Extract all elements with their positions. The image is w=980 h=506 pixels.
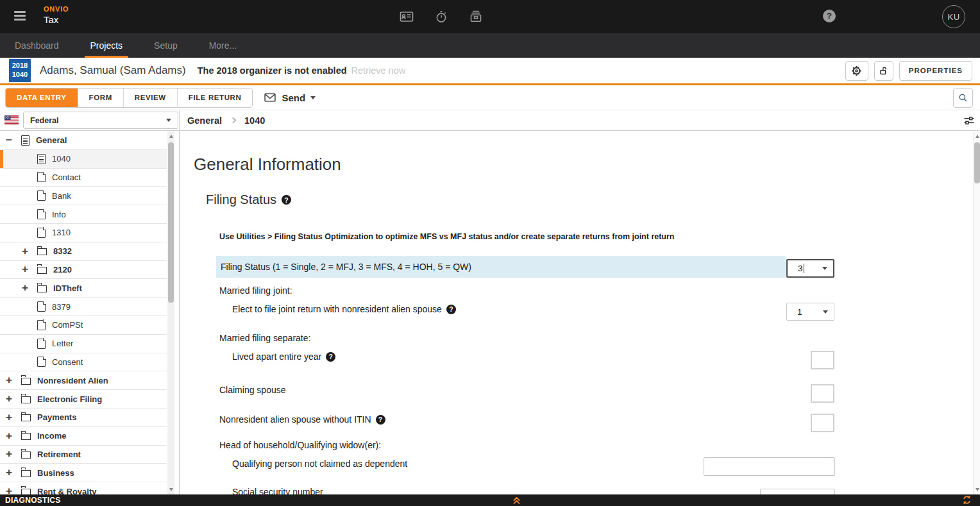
retrieve-now-link[interactable]: Retrieve now	[351, 65, 406, 76]
help-icon[interactable]	[376, 415, 385, 425]
qualifying-person-input[interactable]	[704, 457, 835, 476]
tree-item-letter[interactable]: Letter	[0, 335, 167, 353]
help-icon[interactable]	[326, 352, 335, 362]
content-scroll-thumb[interactable]	[974, 142, 980, 183]
nav-item-projects[interactable]: Projects	[90, 33, 123, 58]
breadcrumb-general[interactable]: General	[187, 115, 222, 126]
plus-expander-icon[interactable]: +	[6, 411, 21, 424]
plus-expander-icon[interactable]: +	[6, 392, 21, 405]
tree-item-electronic-filing[interactable]: +Electronic Filing	[0, 390, 167, 409]
scroll-down-icon[interactable]	[167, 485, 174, 494]
tree-item-compst[interactable]: ComPSt	[0, 316, 167, 335]
tree-item-income[interactable]: +Income	[0, 427, 167, 446]
tab-file-return[interactable]: FILE RETURN	[177, 89, 253, 107]
minus-expander-icon[interactable]: −	[6, 134, 21, 147]
hamburger-menu-icon[interactable]	[14, 11, 26, 21]
filter-sliders-icon[interactable]	[963, 114, 976, 128]
nra-no-itin-input[interactable]	[811, 414, 834, 432]
claiming-spouse-input[interactable]	[811, 384, 834, 403]
filing-status-row: Filing Status (1 = Single, 2 = MFJ, 3 = …	[216, 256, 786, 278]
project-badge: 2018 1040	[9, 59, 31, 82]
scroll-up-icon[interactable]	[974, 132, 980, 140]
tree-item-info[interactable]: Info	[0, 205, 167, 224]
diagnostics-label: DIAGNOSTICS	[5, 496, 61, 505]
nra-no-itin-label: Nonresident alien spouse without ITIN	[219, 414, 385, 425]
qualifying-person-label: Qualifying person not claimed as depende…	[232, 459, 407, 469]
tree-item-contact[interactable]: Contact	[0, 169, 167, 187]
refresh-icon[interactable]	[961, 494, 972, 505]
tree-item-idtheft[interactable]: +IDTheft	[0, 279, 167, 298]
tree-item-8332[interactable]: +8332	[0, 242, 167, 261]
scroll-down-icon[interactable]	[974, 485, 980, 494]
chevron-down-icon	[822, 267, 827, 270]
tree-item-bank[interactable]: Bank	[0, 187, 167, 205]
content-scrollbar[interactable]	[973, 131, 980, 494]
tab-review[interactable]: REVIEW	[123, 89, 177, 107]
doc-icon	[37, 190, 46, 201]
elect-joint-select[interactable]: 1	[786, 303, 834, 321]
timer-icon[interactable]	[434, 9, 449, 24]
filing-status-select[interactable]: 3	[786, 259, 834, 278]
tree-item-label: Electronic Filing	[37, 394, 102, 404]
topbar-icons	[399, 9, 484, 24]
plus-expander-icon[interactable]: +	[6, 430, 21, 443]
settings-button[interactable]	[845, 61, 868, 81]
section-title: Filing Status	[206, 192, 291, 207]
tree-item-general[interactable]: −General	[0, 131, 167, 150]
breadcrumb-1040[interactable]: 1040	[244, 115, 265, 126]
send-button[interactable]: Send	[264, 92, 316, 103]
tab-data-entry[interactable]: DATA ENTRY	[6, 89, 78, 107]
tree-scroll-thumb[interactable]	[168, 142, 174, 303]
diagnostics-bar: DIAGNOSTICS	[0, 494, 980, 506]
organizer-notice: The 2018 organizer is not enabled	[198, 65, 347, 76]
nav-item-dashboard[interactable]: Dashboard	[15, 33, 59, 58]
tree-item-payments[interactable]: +Payments	[0, 409, 167, 427]
tab-form[interactable]: FORM	[78, 89, 123, 107]
mode-tabs: DATA ENTRYFORMREVIEWFILE RETURN	[5, 88, 253, 108]
tree-item-2120[interactable]: +2120	[0, 261, 167, 280]
nra-no-itin-label-text: Nonresident alien spouse without ITIN	[219, 414, 371, 425]
help-icon[interactable]: ?	[823, 10, 836, 22]
properties-button[interactable]: PROPERTIES	[899, 61, 972, 81]
search-button[interactable]	[953, 88, 973, 108]
tree-item-1310[interactable]: 1310	[0, 224, 167, 242]
chevron-right-icon	[230, 117, 237, 123]
doc-icon	[37, 172, 46, 182]
tree-scrollbar[interactable]	[167, 131, 174, 494]
help-icon[interactable]	[446, 305, 456, 314]
plus-expander-icon[interactable]: +	[6, 485, 21, 494]
plus-expander-icon[interactable]: +	[22, 282, 37, 294]
file-archive-icon[interactable]	[468, 9, 484, 24]
plus-expander-icon[interactable]: +	[22, 245, 37, 258]
badge-form: 1040	[9, 71, 31, 80]
client-header: 2018 1040 Adams, Samual (Sam Adams) The …	[0, 58, 980, 85]
header-actions: PROPERTIES	[845, 58, 972, 83]
plus-expander-icon[interactable]: +	[22, 263, 37, 276]
user-avatar[interactable]: KU	[942, 5, 965, 28]
tree-item-1040[interactable]: 1040	[0, 150, 167, 169]
tree-item-consent[interactable]: Consent	[0, 353, 167, 372]
plus-expander-icon[interactable]: +	[6, 466, 21, 479]
lived-apart-input[interactable]	[811, 351, 834, 369]
folder-icon	[21, 414, 31, 421]
plus-expander-icon[interactable]: +	[6, 374, 21, 387]
scroll-up-icon[interactable]	[167, 132, 174, 140]
topbar: ONVIO Tax ? KU	[0, 0, 980, 33]
nav-item-more[interactable]: More...	[209, 33, 237, 58]
plus-expander-icon[interactable]: +	[6, 448, 21, 460]
tree-item-nonresident-alien[interactable]: +Nonresident Alien	[0, 371, 167, 390]
doc-icon	[37, 320, 46, 330]
tree-item-8379[interactable]: 8379	[0, 298, 167, 316]
folder-icon	[21, 396, 31, 403]
help-icon[interactable]	[282, 195, 291, 205]
tree-item-rent-royalty[interactable]: +Rent & Royalty	[0, 482, 167, 494]
chevron-double-up-icon[interactable]	[511, 495, 522, 505]
tree-item-retirement[interactable]: +Retirement	[0, 446, 167, 464]
contact-card-icon[interactable]	[399, 9, 414, 24]
unlock-button[interactable]	[874, 61, 893, 81]
tree-item-business[interactable]: +Business	[0, 464, 167, 482]
ssn-input[interactable]	[760, 489, 835, 494]
jurisdiction-area: Federal	[0, 110, 180, 130]
jurisdiction-select[interactable]: Federal	[23, 112, 178, 129]
nav-item-setup[interactable]: Setup	[154, 33, 178, 58]
